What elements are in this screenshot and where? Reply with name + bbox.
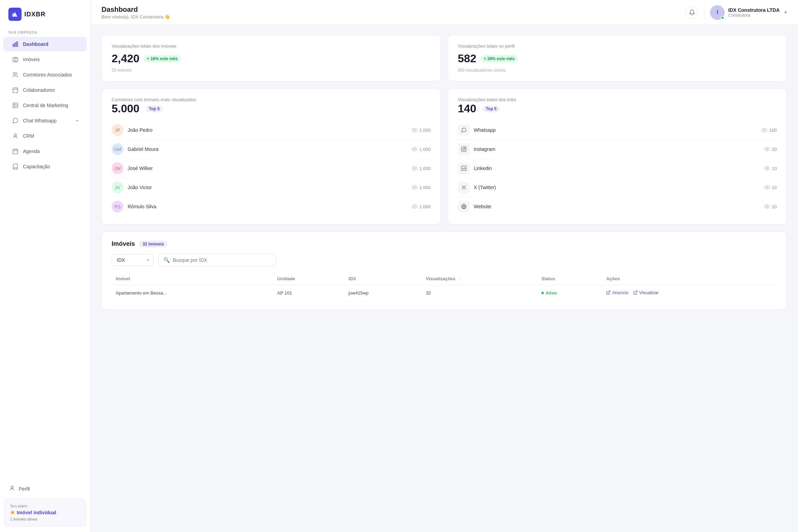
link-name: X (Twitter) — [474, 185, 760, 190]
sidebar-item-marketing[interactable]: Central de Marketing — [3, 98, 87, 113]
svg-point-21 — [463, 148, 465, 150]
sidebar-item-colaboradores[interactable]: Colaboradores — [3, 83, 87, 97]
view-count: 10 — [764, 204, 777, 209]
imoveis-table: Imóvel Unidade IDX Visualizações ↑ Statu… — [112, 273, 777, 301]
link-name: Instagram — [474, 146, 760, 152]
imoveis-views-card: Visualizações totais dos imóveis 2,420 +… — [102, 35, 441, 81]
person-name: José Wilker — [128, 166, 408, 171]
svg-rect-20 — [461, 147, 466, 151]
logo-text: IDXBR — [24, 11, 46, 18]
online-indicator — [721, 16, 724, 19]
sidebar-label-dashboard: Dashboard — [23, 41, 48, 47]
view-count: 1.000 — [412, 185, 431, 190]
topbar-divider — [704, 6, 704, 19]
list-item: X (Twitter) 10 — [458, 178, 777, 197]
list-item: JW José Wilker 1.000 — [112, 159, 431, 178]
whatsapp-icon — [458, 124, 470, 136]
svg-point-15 — [414, 148, 415, 150]
links-top5-badge: Top 5 — [483, 105, 500, 112]
person-name: Rômulo Silva — [128, 204, 408, 209]
topbar: Dashboard Bem vindo(a), IDX Construtora … — [90, 0, 798, 25]
sidebar-item-agenda[interactable]: Agenda — [3, 144, 87, 159]
status-badge: Ativo — [541, 290, 598, 296]
table-row: Apartamento em Bessa... AP 101 juw415wp … — [112, 285, 777, 301]
svg-point-26 — [766, 187, 768, 188]
instagram-icon — [458, 143, 470, 155]
imoveis-header: Imóveis 32 imóveis — [112, 240, 777, 248]
view-count: 1.000 — [412, 204, 431, 209]
user-menu-chevron-icon: ▾ — [784, 10, 787, 15]
list-item: Whatsapp 100 — [458, 121, 777, 140]
svg-point-11 — [14, 134, 16, 136]
filter-select-wrap: IDX ▾ — [112, 254, 153, 266]
sidebar: IDXBR SUA EMPRESA Dashboard Imóveis Corr… — [0, 0, 90, 532]
svg-point-14 — [414, 129, 415, 131]
sidebar-profile[interactable]: Perfil — [4, 482, 86, 496]
cell-unidade: AP 101 — [273, 285, 344, 301]
crm-icon — [12, 132, 19, 139]
svg-rect-12 — [13, 149, 18, 154]
sidebar-label-marketing: Central de Marketing — [23, 103, 68, 108]
main-content: Dashboard Bem vindo(a), IDX Construtora … — [90, 0, 798, 532]
search-input[interactable] — [173, 257, 271, 263]
sidebar-bottom: Perfil Seu plano ★ Imóvel individual 1 i… — [0, 476, 90, 532]
svg-rect-4 — [17, 42, 18, 47]
notification-bell-button[interactable] — [685, 6, 699, 19]
topbar-titles: Dashboard Bem vindo(a), IDX Construtora … — [102, 6, 170, 19]
svg-rect-2 — [13, 44, 14, 47]
list-item: Website 10 — [458, 197, 777, 216]
user-name: IDX Construtora LTDA — [728, 7, 780, 13]
logo-icon — [8, 8, 22, 21]
table-wrap: Imóvel Unidade IDX Visualizações ↑ Statu… — [112, 273, 777, 301]
list-item: Instagram 20 — [458, 140, 777, 159]
person-name: João Victor — [128, 185, 408, 190]
sidebar-item-imoveis[interactable]: Imóveis — [3, 52, 87, 67]
profile-label: Perfil — [19, 486, 30, 492]
visualizar-action-link[interactable]: Visualizar — [633, 290, 659, 295]
svg-line-30 — [635, 291, 637, 293]
stats-cards-row: Visualizações totais dos imóveis 2,420 +… — [102, 35, 787, 81]
cell-status: Ativo — [537, 285, 602, 301]
svg-rect-8 — [13, 88, 18, 93]
profile-views-value: 582 + 38% este mês — [458, 52, 777, 65]
chevron-down-icon: ▾ — [76, 118, 78, 123]
svg-point-22 — [465, 148, 465, 148]
imoveis-section: Imóveis 32 imóveis IDX ▾ 🔍 — [102, 232, 787, 310]
cell-views: 32 — [422, 285, 537, 301]
person-name: Gabriel Moura — [128, 146, 408, 152]
imoveis-section-title: Imóveis — [112, 240, 135, 248]
imoveis-views-label: Visualizações totais dos imóveis — [112, 43, 431, 49]
col-idx: IDX — [344, 273, 422, 285]
imoveis-views-badge: + 16% este mês — [144, 55, 181, 62]
avatar: I — [710, 5, 725, 20]
cell-imovel: Apartamento em Bessa... — [112, 285, 273, 301]
building-icon — [12, 56, 19, 63]
col-views[interactable]: Visualizações ↑ — [422, 273, 537, 285]
page-subtitle: Bem vindo(a), IDX Construtora 👋 — [102, 14, 170, 19]
view-count: 1.000 — [412, 166, 431, 171]
plan-name: ★ Imóvel individual — [10, 509, 80, 516]
avatar: JV — [112, 182, 123, 193]
image-icon — [12, 102, 19, 109]
link-name: Website — [474, 204, 760, 209]
search-icon: 🔍 — [163, 257, 170, 263]
avatar: RS — [112, 201, 123, 212]
sidebar-item-capacitacao[interactable]: Capacitação — [3, 159, 87, 174]
imoveis-views-value: 2,420 + 16% este mês — [112, 52, 431, 65]
list-item: JP João Pedro 1.000 — [112, 121, 431, 140]
corretores-total-value: 5.000 — [112, 102, 139, 115]
sidebar-section-label: SUA EMPRESA — [0, 27, 90, 37]
user-badge[interactable]: I IDX Construtora LTDA Construtora ▾ — [710, 5, 787, 20]
list-item: Linkedin 10 — [458, 159, 777, 178]
sidebar-item-crm[interactable]: CRM — [3, 129, 87, 143]
svg-point-23 — [766, 148, 768, 150]
idx-filter-select[interactable]: IDX — [112, 254, 153, 266]
sidebar-item-chat[interactable]: Chat Whatsapp ▾ — [3, 113, 87, 128]
sidebar-item-dashboard[interactable]: Dashboard — [3, 37, 87, 51]
twitter-x-icon — [458, 182, 470, 193]
profile-views-badge: + 38% este mês — [481, 55, 518, 62]
sidebar-item-corretores[interactable]: Corretores Associados — [3, 67, 87, 82]
user-info: IDX Construtora LTDA Construtora — [728, 7, 780, 18]
profile-views-label: Visualizações totais no perfil — [458, 43, 777, 49]
anuncio-action-link[interactable]: Anuncio — [606, 290, 628, 295]
